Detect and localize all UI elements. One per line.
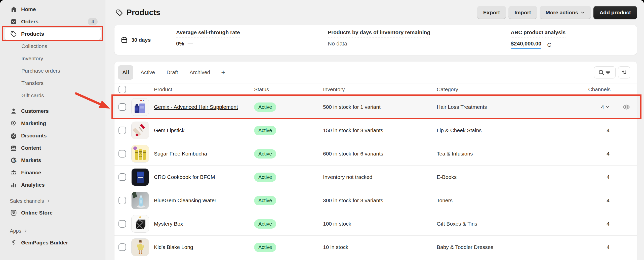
export-button[interactable]: Export	[477, 6, 506, 19]
product-link[interactable]: BlueGem Cleansing Water	[154, 197, 216, 203]
search-filter-button[interactable]	[594, 66, 616, 78]
table-row[interactable]: CRO Cookbook for BFCM Active Inventory n…	[114, 166, 637, 189]
sidebar-item-home[interactable]: Home	[5, 3, 101, 15]
tab-archived[interactable]: Archived	[185, 65, 215, 80]
category-cell: Gift Boxes & Tins	[437, 221, 588, 227]
status-badge: Active	[254, 149, 276, 159]
table-row[interactable]: Kid's Blake Long Active 10 in stock Baby…	[114, 236, 637, 259]
channels-cell[interactable]: 4	[588, 244, 616, 250]
row-checkbox[interactable]	[118, 173, 126, 181]
more-actions-button[interactable]: More actions	[540, 6, 591, 19]
sidebar-item-label: Products	[21, 31, 44, 37]
column-header-inventory[interactable]: Inventory	[323, 86, 437, 92]
category-cell: Hair Loss Treatments	[437, 104, 588, 110]
sort-button[interactable]	[618, 66, 630, 78]
product-thumbnail	[131, 98, 149, 116]
product-link[interactable]: Sugar Free Kombucha	[154, 151, 207, 157]
sales-channels-header[interactable]: Sales channels	[5, 195, 101, 206]
row-checkbox[interactable]	[118, 127, 126, 134]
sidebar-item-products[interactable]: Products	[5, 28, 101, 40]
product-link[interactable]: Gem Lipstick	[154, 127, 184, 133]
sidebar-item-finance[interactable]: Finance	[5, 166, 101, 179]
product-link[interactable]: Gemix - Advanced Hair Supplement	[154, 104, 238, 110]
sidebar-item-orders[interactable]: Orders 4	[5, 15, 101, 28]
bank-icon	[10, 169, 17, 176]
metric-label[interactable]: Average sell-through rate	[176, 29, 240, 37]
metric-label[interactable]: ABC product analysis	[511, 29, 566, 37]
storefront-icon	[10, 209, 17, 217]
chevron-down-icon	[580, 10, 585, 15]
chevron-right-icon	[24, 229, 28, 233]
tag-icon	[116, 9, 123, 16]
tab-active[interactable]: Active	[136, 65, 159, 80]
status-badge: Active	[254, 196, 276, 205]
sidebar-item-online-store[interactable]: Online Store	[5, 206, 101, 219]
product-link[interactable]: Mystery Box	[154, 221, 183, 227]
row-checkbox[interactable]	[118, 220, 126, 228]
column-header-category[interactable]: Category	[437, 86, 588, 92]
metric-abc-analysis: ABC product analysis $240,000.00C	[503, 25, 637, 55]
product-link[interactable]: Kid's Blake Long	[154, 244, 193, 250]
sidebar-item-discounts[interactable]: Discounts	[5, 129, 101, 142]
table-row[interactable]: Mystery Box Active 100 in stock Gift Box…	[114, 212, 637, 236]
product-link[interactable]: CRO Cookbook for BFCM	[154, 174, 215, 180]
table-row[interactable]: BlueGem Cleansing Water Active 300 in st…	[114, 189, 637, 212]
product-thumbnail	[131, 192, 149, 209]
inventory-cell: 150 in stock for 3 variants	[323, 127, 437, 133]
abc-amount: $240,000.00	[511, 40, 541, 49]
table-row[interactable]: Gem Lipstick Active 150 in stock for 3 v…	[114, 119, 637, 142]
orders-icon	[10, 18, 17, 25]
product-thumbnail	[131, 168, 149, 186]
chevron-down-icon	[606, 105, 610, 109]
row-checkbox[interactable]	[118, 103, 126, 111]
sidebar-item-marketing[interactable]: Marketing	[5, 117, 101, 129]
target-cursor-icon	[10, 120, 17, 127]
main-content: Products Export Import More actions Add …	[105, 0, 644, 260]
chevron-right-icon	[46, 199, 50, 203]
status-badge: Active	[254, 173, 276, 182]
sidebar-item-gempages[interactable]: GemPages Builder	[5, 236, 101, 249]
row-checkbox[interactable]	[118, 150, 126, 158]
column-header-channels[interactable]: Channels	[588, 86, 616, 92]
table-row[interactable]: Sugar Free Kombucha Active 600 in stock …	[114, 142, 637, 166]
sidebar-item-collections[interactable]: Collections	[5, 40, 101, 52]
status-badge: Active	[254, 243, 276, 252]
tab-all[interactable]: All	[118, 65, 133, 80]
channels-cell[interactable]: 4	[588, 197, 616, 203]
channels-cell[interactable]: 4	[588, 127, 616, 133]
tab-draft[interactable]: Draft	[162, 65, 182, 80]
add-view-button[interactable]: +	[217, 68, 229, 76]
channels-cell[interactable]: 4	[588, 151, 616, 157]
metric-label[interactable]: Products by days of inventory remaining	[328, 29, 430, 37]
preview-button[interactable]	[616, 103, 637, 111]
channels-cell[interactable]: 4	[588, 104, 616, 110]
sidebar-item-transfers[interactable]: Transfers	[5, 77, 101, 89]
sidebar-item-customers[interactable]: Customers	[5, 105, 101, 117]
gempages-logo-icon	[10, 239, 17, 246]
sidebar-item-label: Orders	[21, 19, 38, 25]
table-row[interactable]: Gemix - Advanced Hair Supplement Active …	[114, 95, 637, 119]
import-button[interactable]: Import	[508, 6, 537, 19]
date-range-selector[interactable]: 30 days	[114, 25, 169, 55]
row-checkbox[interactable]	[118, 243, 126, 251]
sidebar-item-content[interactable]: Content	[5, 142, 101, 154]
apps-header[interactable]: Apps	[5, 225, 101, 236]
inventory-cell: Inventory not tracked	[323, 174, 437, 180]
sidebar-item-gift-cards[interactable]: Gift cards	[5, 89, 101, 101]
sidebar-item-inventory[interactable]: Inventory	[5, 52, 101, 65]
status-badge: Active	[254, 102, 276, 112]
sidebar-item-label: Home	[21, 6, 36, 12]
channels-cell[interactable]: 4	[588, 221, 616, 227]
column-header-status[interactable]: Status	[254, 86, 323, 92]
row-checkbox[interactable]	[118, 197, 126, 204]
add-product-button[interactable]: Add product	[593, 6, 637, 19]
status-badge: Active	[254, 219, 276, 229]
column-header-product[interactable]: Product	[154, 86, 254, 92]
sidebar-item-analytics[interactable]: Analytics	[5, 179, 101, 191]
channels-cell[interactable]: 4	[588, 174, 616, 180]
sidebar-item-purchase-orders[interactable]: Purchase orders	[5, 65, 101, 77]
category-cell: Toners	[437, 197, 588, 203]
select-all-checkbox[interactable]	[118, 86, 126, 93]
sidebar-item-markets[interactable]: $ Markets	[5, 154, 101, 166]
status-badge: Active	[254, 126, 276, 135]
